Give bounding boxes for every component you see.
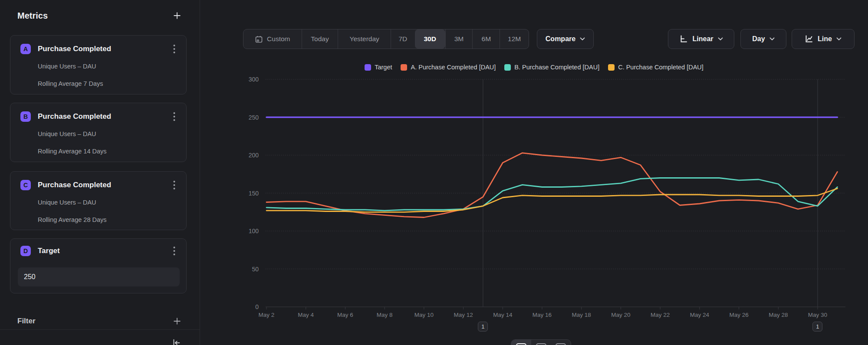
chevron-down-icon xyxy=(836,37,842,41)
y-axis-label: 0 xyxy=(217,303,259,311)
metric-card-head: B Purchase Completed xyxy=(20,111,179,122)
x-axis-label: May 18 xyxy=(562,312,601,318)
chart-type-selector-button[interactable]: Line xyxy=(792,29,855,49)
metric-card-c[interactable]: C Purchase Completed Unique Users – DAU … xyxy=(10,171,187,230)
kebab-icon xyxy=(173,112,175,121)
y-axis-label: 100 xyxy=(217,227,259,235)
filter-title: Filter xyxy=(17,317,36,325)
metric-measure: Unique Users – DAU xyxy=(38,130,96,137)
range-tab-custom[interactable]: Custom xyxy=(243,29,302,49)
metric-badge: A xyxy=(20,44,31,54)
target-card-d[interactable]: D Target xyxy=(10,238,187,293)
annotation-badge[interactable]: 1 xyxy=(478,322,488,332)
scale-selector-button[interactable]: Linear xyxy=(668,29,734,49)
x-axis-label: May 16 xyxy=(523,312,562,318)
legend-item[interactable]: C. Purchase Completed [DAU] xyxy=(608,64,704,71)
metrics-sidebar: Metrics A Purchase Completed Unique User… xyxy=(0,0,200,345)
chart-type-toolbar xyxy=(511,339,571,345)
metric-menu-button[interactable] xyxy=(169,180,179,190)
x-axis-label: May 20 xyxy=(601,312,640,318)
scale-label: Linear xyxy=(692,35,713,43)
metric-measure: Unique Users – DAU xyxy=(38,63,96,70)
metric-card-head: A Purchase Completed xyxy=(20,44,179,54)
chart-type-label: Line xyxy=(818,35,832,43)
range-tab-label: Custom xyxy=(267,35,290,43)
collapse-sidebar-button[interactable] xyxy=(171,338,181,345)
metric-badge: B xyxy=(20,111,31,122)
range-tab-today[interactable]: Today xyxy=(302,29,338,49)
legend-label: C. Purchase Completed [DAU] xyxy=(618,64,704,71)
metric-card-b[interactable]: B Purchase Completed Unique Users – DAU … xyxy=(10,103,187,162)
range-tab-label: 30D xyxy=(424,35,436,43)
metric-menu-button[interactable] xyxy=(169,246,179,256)
sidebar-divider xyxy=(0,329,200,330)
y-axis-label: 250 xyxy=(217,114,259,121)
series-line-c xyxy=(266,189,837,212)
metric-card-head: C Purchase Completed xyxy=(20,180,179,190)
range-tab-yesterday[interactable]: Yesterday xyxy=(338,29,391,49)
x-axis-label: May 8 xyxy=(365,312,404,318)
x-axis-label: May 12 xyxy=(444,312,483,318)
range-tab-label: 6M xyxy=(482,35,491,43)
range-tab-label: Yesterday xyxy=(349,35,379,43)
legend-label: A. Purchase Completed [DAU] xyxy=(411,64,496,71)
range-tab-label: Today xyxy=(311,35,329,43)
chart-tile-icon xyxy=(516,343,526,345)
series-line-a xyxy=(266,153,837,218)
x-axis-label: May 4 xyxy=(286,312,326,318)
x-axis-label: May 30 xyxy=(798,312,837,318)
y-axis-label: 150 xyxy=(217,189,259,197)
legend-swatch-icon xyxy=(401,64,407,71)
target-value-input[interactable] xyxy=(18,267,180,286)
x-axis-label: May 2 xyxy=(247,312,286,318)
range-tab-label: 3M xyxy=(454,35,464,43)
chart-type-option-3[interactable] xyxy=(551,340,571,345)
x-axis-label: May 6 xyxy=(326,312,365,318)
collapse-left-icon xyxy=(171,337,181,345)
legend-swatch-icon xyxy=(608,64,615,71)
metric-title: Purchase Completed xyxy=(38,181,162,189)
metric-menu-button[interactable] xyxy=(169,44,179,54)
chevron-down-icon xyxy=(580,37,585,41)
calendar-icon xyxy=(255,35,263,43)
legend-swatch-icon xyxy=(504,64,511,71)
range-tab-3m[interactable]: 3M xyxy=(445,29,473,49)
chart-tile-icon xyxy=(556,343,566,345)
metric-card-a[interactable]: A Purchase Completed Unique Users – DAU … xyxy=(10,35,187,94)
range-tab-6m[interactable]: 6M xyxy=(472,29,500,49)
x-axis-label: May 24 xyxy=(680,312,719,318)
range-tab-12m[interactable]: 12M xyxy=(500,29,529,49)
filter-header: Filter xyxy=(17,316,182,326)
metric-measure: Unique Users – DAU xyxy=(38,199,96,206)
y-axis-label: 300 xyxy=(217,75,259,83)
chart-type-option-1[interactable] xyxy=(511,340,531,345)
x-axis-label: May 14 xyxy=(483,312,522,318)
y-axis-label: 50 xyxy=(217,265,259,273)
range-tab-30d[interactable]: 30D xyxy=(415,29,445,49)
legend-label: Target xyxy=(375,64,392,71)
x-axis-label: May 10 xyxy=(404,312,444,318)
metric-menu-button[interactable] xyxy=(169,111,179,122)
granularity-selector-button[interactable]: Day xyxy=(740,29,786,49)
plus-icon xyxy=(173,11,181,20)
metric-title: Purchase Completed xyxy=(38,45,162,53)
chevron-down-icon xyxy=(718,37,723,41)
kebab-icon xyxy=(173,246,175,256)
plus-icon xyxy=(173,317,181,325)
metric-transform: Rolling Average 28 Days xyxy=(38,216,107,223)
series-line-b xyxy=(266,178,837,211)
add-filter-button[interactable] xyxy=(172,316,182,326)
range-tab-7d[interactable]: 7D xyxy=(391,29,415,49)
kebab-icon xyxy=(173,180,175,190)
compare-button[interactable]: Compare xyxy=(537,29,594,49)
legend-item[interactable]: A. Purchase Completed [DAU] xyxy=(401,64,496,71)
metric-card-head: D Target xyxy=(20,246,179,256)
legend-item[interactable]: Target xyxy=(365,64,392,71)
add-metric-button[interactable] xyxy=(172,10,182,21)
legend-label: B. Purchase Completed [DAU] xyxy=(514,64,599,71)
x-axis-label: May 22 xyxy=(641,312,680,318)
legend-item[interactable]: B. Purchase Completed [DAU] xyxy=(504,64,599,71)
compare-label: Compare xyxy=(546,35,575,43)
chart-type-option-2[interactable] xyxy=(531,340,551,345)
annotation-badge[interactable]: 1 xyxy=(812,322,822,332)
